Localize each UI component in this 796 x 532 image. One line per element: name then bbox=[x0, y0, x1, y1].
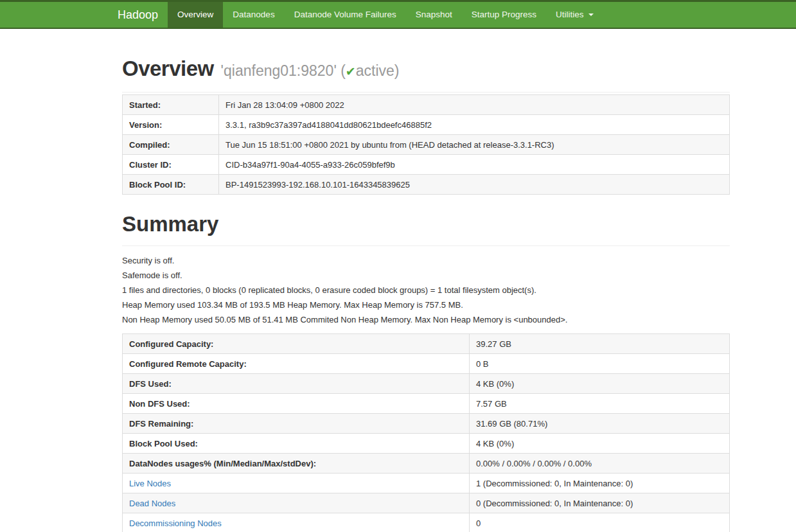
summary-label: Non DFS Used: bbox=[123, 394, 470, 414]
table-row: DataNodes usages% (Min/Median/Max/stdDev… bbox=[123, 454, 730, 474]
summary-label: Configured Capacity: bbox=[123, 334, 470, 354]
info-value: 3.3.1, ra3b9c37a397ad4188041dd80621bdeef… bbox=[219, 115, 730, 135]
nav-tab-datanodes-label: Datanodes bbox=[233, 2, 274, 28]
page-title-text: Overview bbox=[122, 57, 214, 80]
table-row: Block Pool Used: 4 KB (0%) bbox=[123, 434, 730, 454]
summary-label: DFS Remaining: bbox=[123, 414, 470, 434]
info-label: Block Pool ID: bbox=[123, 175, 219, 195]
table-row: Compiled: Tue Jun 15 18:51:00 +0800 2021… bbox=[123, 135, 730, 155]
non-heap-memory-text: Non Heap Memory used 50.05 MB of 51.41 M… bbox=[122, 315, 730, 324]
safemode-status-text: Safemode is off. bbox=[122, 271, 730, 280]
nav-tab-overview-label: Overview bbox=[177, 2, 213, 28]
info-label: Started: bbox=[123, 95, 219, 115]
summary-value: 7.57 GB bbox=[470, 394, 730, 414]
nav-tab-datanode-volume-failures-label: Datanode Volume Failures bbox=[294, 2, 396, 28]
active-check-icon: ✔ bbox=[346, 65, 356, 78]
namenode-address: 'qianfeng01:9820' ( bbox=[221, 62, 346, 79]
namenode-info-table: Started: Fri Jan 28 13:04:09 +0800 2022 … bbox=[122, 94, 730, 195]
info-value: CID-b34a97f1-90a4-4055-a933-26c059bfef9b bbox=[219, 155, 730, 175]
hadoop-brand[interactable]: Hadoop bbox=[108, 2, 168, 28]
summary-label: DFS Used: bbox=[123, 374, 470, 394]
nav-tab-snapshot[interactable]: Snapshot bbox=[406, 2, 462, 28]
table-row: Started: Fri Jan 28 13:04:09 +0800 2022 bbox=[123, 95, 730, 115]
caret-down-icon bbox=[588, 13, 594, 16]
summary-value: 0 bbox=[470, 513, 730, 532]
nav-tab-datanode-volume-failures[interactable]: Datanode Volume Failures bbox=[285, 2, 406, 28]
summary-value: 0.00% / 0.00% / 0.00% / 0.00% bbox=[470, 454, 730, 474]
nav-dropdown-utilities[interactable]: Utilities bbox=[546, 2, 603, 28]
table-row: Configured Capacity: 39.27 GB bbox=[123, 334, 730, 354]
nav-tab-startup-progress-label: Startup Progress bbox=[472, 2, 536, 28]
nav-dropdown-utilities-label: Utilities bbox=[556, 2, 584, 28]
nav-tab-overview[interactable]: Overview bbox=[168, 2, 223, 28]
summary-value: 31.69 GB (80.71%) bbox=[470, 414, 730, 434]
table-row: Cluster ID: CID-b34a97f1-90a4-4055-a933-… bbox=[123, 155, 730, 175]
page-title: Overview 'qianfeng01:9820' (✔active) bbox=[122, 57, 730, 81]
info-label: Version: bbox=[123, 115, 219, 135]
summary-table: Configured Capacity: 39.27 GB Configured… bbox=[122, 333, 730, 532]
security-status-text: Security is off. bbox=[122, 256, 730, 265]
nav-tab-datanodes[interactable]: Datanodes bbox=[223, 2, 284, 28]
summary-value: 4 KB (0%) bbox=[470, 434, 730, 454]
table-row: Version: 3.3.1, ra3b9c37a397ad4188041dd8… bbox=[123, 115, 730, 135]
summary-value: 1 (Decommissioned: 0, In Maintenance: 0) bbox=[470, 474, 730, 493]
divider bbox=[122, 245, 730, 246]
table-row: Non DFS Used: 7.57 GB bbox=[123, 394, 730, 414]
info-value: Tue Jun 15 18:51:00 +0800 2021 by ubuntu… bbox=[219, 135, 730, 155]
table-row: DFS Remaining: 31.69 GB (80.71%) bbox=[123, 414, 730, 434]
table-row: Decommissioning Nodes 0 bbox=[123, 513, 730, 532]
decommissioning-nodes-link[interactable]: Decommissioning Nodes bbox=[129, 519, 222, 528]
summary-value: 0 B bbox=[470, 354, 730, 374]
info-label: Cluster ID: bbox=[123, 155, 219, 175]
nav-tab-startup-progress[interactable]: Startup Progress bbox=[462, 2, 546, 28]
summary-heading: Summary bbox=[122, 212, 730, 236]
heap-memory-text: Heap Memory used 103.34 MB of 193.5 MB H… bbox=[122, 301, 730, 310]
table-row: Live Nodes 1 (Decommissioned: 0, In Main… bbox=[123, 474, 730, 493]
info-label: Compiled: bbox=[123, 135, 219, 155]
table-row: Block Pool ID: BP-1491523993-192.168.10.… bbox=[123, 175, 730, 195]
nav-tab-snapshot-label: Snapshot bbox=[416, 2, 452, 28]
divider bbox=[122, 92, 730, 93]
summary-label: Configured Remote Capacity: bbox=[123, 354, 470, 374]
table-row: Configured Remote Capacity: 0 B bbox=[123, 354, 730, 374]
top-navbar: Hadoop Overview Datanodes Datanode Volum… bbox=[0, 0, 796, 29]
namenode-status: active) bbox=[356, 62, 400, 79]
summary-value: 0 (Decommissioned: 0, In Maintenance: 0) bbox=[470, 493, 730, 513]
filesystem-objects-text: 1 files and directories, 0 blocks (0 rep… bbox=[122, 286, 730, 295]
info-value: Fri Jan 28 13:04:09 +0800 2022 bbox=[219, 95, 730, 115]
summary-value: 4 KB (0%) bbox=[470, 374, 730, 394]
dead-nodes-link[interactable]: Dead Nodes bbox=[129, 499, 175, 508]
summary-label: Block Pool Used: bbox=[123, 434, 470, 454]
table-row: DFS Used: 4 KB (0%) bbox=[123, 374, 730, 394]
table-row: Dead Nodes 0 (Decommissioned: 0, In Main… bbox=[123, 493, 730, 513]
summary-value: 39.27 GB bbox=[470, 334, 730, 354]
summary-label: DataNodes usages% (Min/Median/Max/stdDev… bbox=[123, 454, 470, 474]
info-value: BP-1491523993-192.168.10.101-16433458396… bbox=[219, 175, 730, 195]
live-nodes-link[interactable]: Live Nodes bbox=[129, 479, 171, 488]
